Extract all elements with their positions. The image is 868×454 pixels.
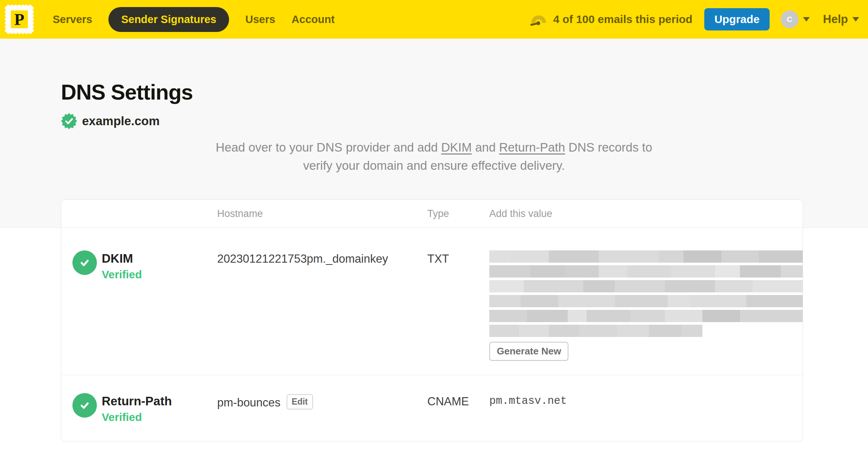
redacted-value-line (489, 265, 803, 278)
record-status-badge: Verified (102, 411, 172, 424)
upgrade-button[interactable]: Upgrade (704, 8, 770, 30)
nav-item-account[interactable]: Account (291, 13, 335, 26)
dns-records-card: Hostname Type Add this value DKIM Verifi… (61, 200, 803, 441)
description-text: and (472, 140, 499, 154)
return-path-link[interactable]: Return-Path (499, 140, 565, 154)
record-value: pm.mtasv.net (489, 395, 567, 407)
postmark-logo[interactable]: P (4, 3, 34, 35)
account-menu[interactable]: C (781, 10, 810, 28)
header-type: Type (427, 208, 489, 220)
record-name: Return-Path (102, 393, 172, 408)
redacted-value-line (489, 310, 803, 322)
record-hostname: 20230121221753pm._domainkey (217, 252, 388, 265)
page-title: DNS Settings (61, 80, 193, 104)
redacted-value-line (489, 325, 702, 337)
nav-item-users[interactable]: Users (245, 13, 275, 26)
record-name: DKIM (102, 250, 142, 265)
nav-item-servers[interactable]: Servers (53, 13, 92, 26)
description-text: Head over to your DNS provider and add (216, 140, 441, 154)
record-status-badge: Verified (102, 268, 142, 281)
dkim-link[interactable]: DKIM (441, 140, 472, 154)
page-description: Head over to your DNS provider and add D… (174, 138, 694, 175)
nav-item-sender-signatures[interactable]: Sender Signatures (108, 7, 229, 32)
domain-row: example.com (61, 113, 160, 129)
nav-items: Servers Sender Signatures Users Account (53, 7, 335, 32)
help-menu[interactable]: Help (823, 13, 859, 26)
redacted-value-line (489, 280, 803, 292)
generate-new-button[interactable]: Generate New (489, 342, 568, 361)
record-type: TXT (427, 252, 449, 265)
edit-button[interactable]: Edit (287, 394, 313, 409)
header-hostname: Hostname (217, 208, 427, 220)
top-nav: P Servers Sender Signatures Users Accoun… (0, 0, 868, 39)
nav-right: 4 of 100 emails this period Upgrade C He… (530, 8, 859, 30)
domain-name: example.com (82, 114, 160, 128)
description-text: verify your domain and ensure effective … (303, 159, 565, 172)
logo-letter: P (14, 10, 25, 29)
table-header-row: Hostname Type Add this value (61, 200, 803, 228)
table-row-dkim: DKIM Verified 20230121221753pm._domainke… (61, 228, 803, 375)
help-label: Help (823, 13, 848, 26)
record-value-redacted: Generate New (489, 228, 803, 375)
verified-check-icon (72, 393, 97, 418)
chevron-down-icon (803, 17, 810, 22)
description-text: DNS records to (565, 140, 652, 154)
verified-seal-icon (61, 113, 77, 129)
table-row-return-path: Return-Path Verified pm-bounces Edit CNA… (61, 375, 803, 441)
avatar[interactable]: C (781, 10, 799, 28)
verified-check-icon (72, 250, 97, 275)
chevron-down-icon (852, 17, 859, 22)
record-hostname: pm-bounces (217, 396, 281, 409)
redacted-value-line (489, 295, 803, 307)
redacted-value-line (489, 250, 803, 263)
usage-counter: 4 of 100 emails this period (553, 13, 692, 26)
usage-gauge-icon (530, 13, 548, 26)
header-value: Add this value (489, 208, 803, 220)
record-type: CNAME (427, 395, 469, 408)
